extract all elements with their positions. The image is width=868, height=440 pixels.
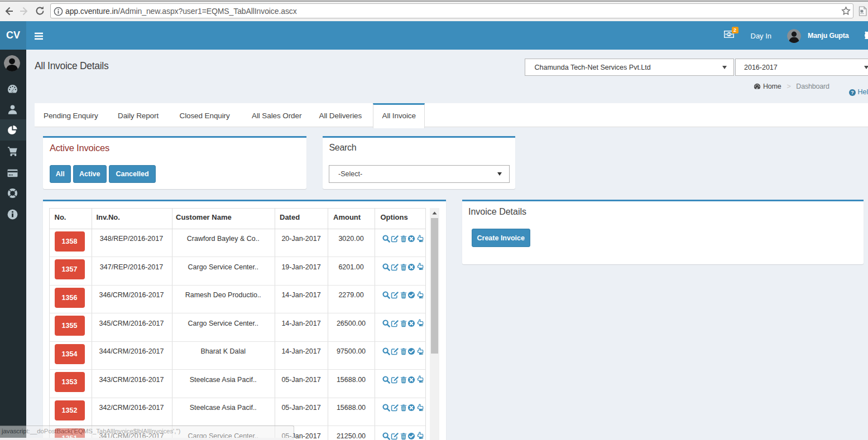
svg-text:?: ? xyxy=(851,90,854,95)
svg-text:1: 1 xyxy=(728,32,730,36)
